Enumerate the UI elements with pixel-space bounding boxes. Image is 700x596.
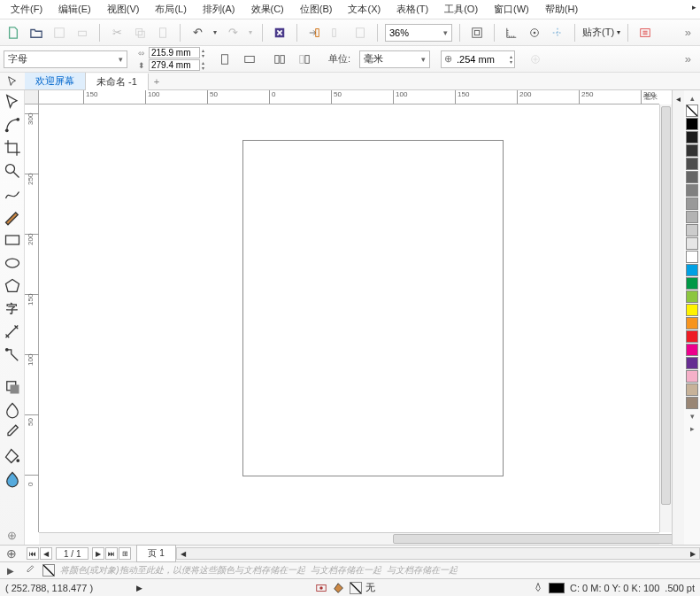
cut-icon[interactable]: ✂ bbox=[107, 23, 127, 43]
menu-file[interactable]: 文件(F) bbox=[4, 0, 50, 19]
menu-arrange[interactable]: 排列(A) bbox=[196, 0, 242, 19]
color-swatch[interactable] bbox=[686, 211, 698, 223]
paste-icon[interactable] bbox=[153, 23, 173, 43]
color-swatch[interactable] bbox=[686, 251, 698, 263]
zoom-level-input[interactable]: ▾ bbox=[385, 24, 452, 42]
color-swatch[interactable] bbox=[686, 224, 698, 236]
show-grid-icon[interactable] bbox=[525, 23, 544, 43]
redo-dropdown-icon[interactable]: ▾ bbox=[246, 23, 255, 43]
freehand-tool-icon[interactable] bbox=[3, 184, 22, 204]
transparency-tool-icon[interactable] bbox=[3, 400, 22, 420]
color-swatch[interactable] bbox=[686, 290, 698, 303]
import-icon[interactable] bbox=[304, 23, 324, 43]
palette-flyout-icon[interactable]: ▸ bbox=[690, 424, 695, 433]
nudge-distance-input[interactable]: ⊕ ▴▾ bbox=[441, 50, 515, 68]
menu-help[interactable]: 帮助(H) bbox=[538, 0, 585, 19]
docpal-play-icon[interactable]: ▶ bbox=[4, 564, 18, 577]
landscape-icon[interactable] bbox=[240, 50, 259, 69]
show-rulers-icon[interactable] bbox=[502, 23, 521, 43]
ruler-origin[interactable] bbox=[25, 90, 39, 104]
docpal-eyedropper-icon[interactable] bbox=[23, 564, 37, 577]
color-swatch[interactable] bbox=[686, 237, 698, 250]
page-nav-scrollbar[interactable]: ◀▶ bbox=[176, 547, 700, 560]
redo-icon[interactable]: ↷ bbox=[223, 23, 242, 43]
palette-down-icon[interactable]: ▾ bbox=[690, 412, 695, 421]
add-page-icon[interactable]: ⊕ bbox=[0, 546, 23, 561]
new-tab-button[interactable]: + bbox=[149, 76, 165, 87]
ruler-vertical[interactable]: 300250200150100500 bbox=[25, 104, 39, 532]
shape-tool-icon[interactable] bbox=[3, 115, 22, 135]
menu-layout[interactable]: 布局(L) bbox=[148, 0, 193, 19]
new-icon[interactable] bbox=[4, 23, 23, 43]
page-counter[interactable]: 1 / 1 bbox=[56, 547, 88, 560]
outline-color-swatch[interactable] bbox=[549, 583, 565, 593]
menu-view[interactable]: 视图(V) bbox=[100, 0, 147, 19]
docker-expand-icon[interactable]: ◂ bbox=[672, 90, 684, 545]
fill-indicator-icon[interactable] bbox=[332, 581, 346, 595]
text-tool-icon[interactable]: 字 bbox=[3, 299, 22, 319]
crop-tool-icon[interactable] bbox=[3, 138, 22, 158]
scrollbar-vertical[interactable] bbox=[659, 104, 672, 532]
options-icon[interactable] bbox=[635, 23, 655, 43]
fullscreen-icon[interactable] bbox=[467, 23, 487, 43]
undo-dropdown-icon[interactable]: ▾ bbox=[211, 23, 219, 43]
color-swatch[interactable] bbox=[686, 171, 698, 183]
palette-up-icon[interactable]: ▴ bbox=[690, 94, 695, 103]
artistic-media-tool-icon[interactable] bbox=[3, 207, 22, 227]
copy-icon[interactable] bbox=[130, 23, 150, 43]
no-color-swatch[interactable] bbox=[686, 104, 698, 117]
rectangle-tool-icon[interactable] bbox=[3, 230, 22, 250]
connector-tool-icon[interactable] bbox=[3, 345, 22, 365]
zoom-dropdown-icon[interactable]: ▾ bbox=[439, 28, 451, 37]
ruler-horizontal[interactable]: 15010050050100150200250300350 bbox=[39, 90, 659, 104]
menu-effects[interactable]: 效果(C) bbox=[244, 0, 291, 19]
menu-tools[interactable]: 工具(O) bbox=[437, 0, 485, 19]
page-preset-dropdown[interactable]: 字母▾ bbox=[4, 50, 127, 68]
tab-document[interactable]: 未命名 -1 bbox=[86, 74, 149, 91]
menu-bitmap[interactable]: 位图(B) bbox=[293, 0, 340, 19]
page[interactable] bbox=[242, 140, 504, 476]
propbar-overflow-icon[interactable]: » bbox=[685, 52, 696, 66]
color-swatch[interactable] bbox=[686, 118, 698, 130]
color-swatch[interactable] bbox=[686, 144, 698, 157]
status-play-icon[interactable]: ▶ bbox=[136, 584, 142, 592]
search-content-icon[interactable] bbox=[270, 23, 289, 43]
page-width-input[interactable] bbox=[149, 47, 200, 58]
units-dropdown[interactable]: 毫米▾ bbox=[359, 50, 430, 68]
ellipse-tool-icon[interactable] bbox=[3, 253, 22, 273]
all-pages-icon[interactable] bbox=[270, 50, 289, 69]
first-page-icon[interactable]: ⏮ bbox=[27, 547, 39, 560]
next-page-icon[interactable]: ▶ bbox=[92, 547, 104, 560]
color-swatch[interactable] bbox=[686, 317, 698, 329]
outline-pen-icon[interactable] bbox=[533, 582, 543, 594]
docpal-nocolor-swatch[interactable] bbox=[42, 564, 55, 577]
drop-shadow-tool-icon[interactable] bbox=[3, 377, 22, 397]
menu-edit[interactable]: 编辑(E) bbox=[51, 0, 98, 19]
add-page-after-icon[interactable]: ⊞ bbox=[119, 547, 131, 560]
menu-window[interactable]: 窗口(W) bbox=[487, 0, 536, 19]
color-swatch[interactable] bbox=[686, 197, 698, 210]
color-swatch[interactable] bbox=[686, 330, 698, 343]
tab-nav-arrow-icon[interactable]: ▸ bbox=[688, 0, 700, 14]
publish-pdf-icon[interactable] bbox=[350, 23, 370, 43]
color-swatch[interactable] bbox=[686, 131, 698, 143]
color-swatch[interactable] bbox=[686, 383, 698, 396]
color-proof-icon[interactable] bbox=[314, 581, 328, 595]
duplicate-distance-icon[interactable] bbox=[526, 50, 545, 69]
pick-tool-icon[interactable] bbox=[3, 92, 22, 112]
zoom-tool-icon[interactable] bbox=[3, 161, 22, 181]
color-swatch[interactable] bbox=[686, 277, 698, 290]
tab-welcome[interactable]: 欢迎屏幕 bbox=[25, 73, 86, 89]
current-page-icon[interactable] bbox=[295, 50, 314, 69]
color-swatch[interactable] bbox=[686, 357, 698, 369]
eyedropper-tool-icon[interactable] bbox=[3, 423, 22, 443]
menu-text[interactable]: 文本(X) bbox=[341, 0, 388, 19]
color-swatch[interactable] bbox=[686, 304, 698, 316]
show-guidelines-icon[interactable] bbox=[548, 23, 567, 43]
export-icon[interactable] bbox=[327, 23, 347, 43]
fill-none-swatch[interactable] bbox=[350, 582, 362, 594]
menu-table[interactable]: 表格(T) bbox=[389, 0, 435, 19]
color-swatch[interactable] bbox=[686, 344, 698, 356]
parallel-dimension-tool-icon[interactable] bbox=[3, 322, 22, 342]
portrait-icon[interactable] bbox=[215, 50, 235, 69]
